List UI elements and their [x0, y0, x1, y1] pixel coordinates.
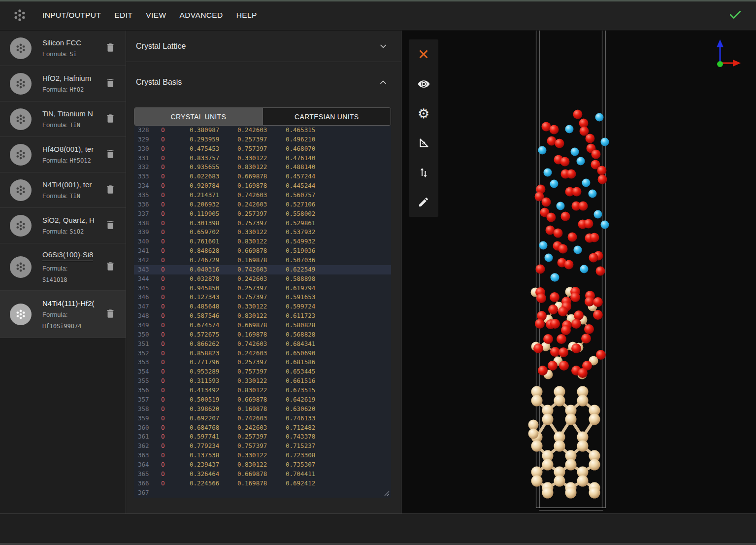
material-list-item[interactable]: TiN, Titanium N Formula:TiN [0, 102, 126, 137]
basis-line: 347O0.4856480.3301220.599724 [134, 302, 391, 311]
basis-line: 351O0.8662620.7426030.684341 [134, 340, 391, 349]
basis-line: 340O0.7616010.8301220.549932 [134, 237, 391, 246]
close-button[interactable] [414, 44, 433, 64]
top-menu-bar: INPUT/OUTPUTEDITVIEWADVANCEDHELP [0, 0, 756, 31]
menu-view[interactable]: VIEW [146, 11, 166, 20]
material-list-item[interactable]: N4Ti4(111)-Hf2( Formula:Hf10Si99O74 [0, 291, 126, 338]
trash-icon [105, 184, 116, 195]
menu-advanced[interactable]: ADVANCED [179, 11, 223, 20]
viewer-toolbar: ⚙ [409, 39, 438, 217]
visibility-button[interactable] [414, 74, 433, 94]
basis-line: 342O0.7467290.1698780.507036 [134, 256, 391, 265]
basis-line: 339O0.6597020.3301220.537932 [134, 228, 391, 237]
basis-line: 330O0.4754530.7573970.468070 [134, 144, 391, 154]
trash-icon [105, 148, 116, 159]
trash-icon [105, 219, 116, 230]
delete-material-button[interactable] [105, 219, 116, 232]
chevron-up-icon [378, 77, 388, 87]
tab-cartesian-units[interactable]: CARTESIAN UNITS [263, 108, 391, 125]
swap-vertical-icon [418, 167, 429, 178]
basis-line: 350O0.5726750.1698780.568828 [134, 330, 391, 340]
material-list-item[interactable]: Hf4O8(001), ter Formula:Hf5O12 [0, 137, 126, 172]
gear-icon: ⚙ [418, 107, 429, 120]
material-avatar-icon [10, 215, 32, 237]
material-title: O6Si3(100)-Si8 [42, 250, 126, 261]
viewer-3d[interactable]: ⚙ [402, 31, 756, 513]
settings-button[interactable]: ⚙ [414, 103, 433, 123]
edit-button[interactable] [414, 192, 433, 212]
trash-icon [105, 77, 116, 88]
atoms [528, 110, 609, 499]
eye-icon [417, 77, 430, 91]
basis-line: 352O0.8588230.2426030.650690 [134, 349, 391, 358]
basis-line: 360O0.6847680.2426030.712482 [134, 423, 391, 433]
trash-icon [105, 261, 116, 272]
delete-material-button[interactable] [105, 148, 116, 161]
material-list-item[interactable]: SiO2, Quartz, H Formula:SiO2 [0, 208, 126, 243]
resize-handle-icon[interactable] [384, 491, 390, 496]
basis-line: 354O0.9532890.7573970.653445 [134, 367, 391, 376]
material-list-item[interactable]: HfO2, Hafnium Formula:HfO2 [0, 66, 126, 102]
trash-icon [105, 113, 116, 124]
basis-line: 356O0.4134920.8301220.673515 [134, 386, 391, 395]
units-tabs: CRYSTAL UNITS CARTESIAN UNITS [134, 107, 391, 126]
basis-line: 334O0.9207840.1698780.445244 [134, 181, 391, 191]
basis-line: 333O0.0226830.6698780.457244 [134, 172, 391, 181]
material-list-item[interactable]: N4Ti4(001), ter Formula:TiN [0, 172, 126, 208]
window-bottom-strip [0, 543, 756, 545]
delete-material-button[interactable] [105, 184, 116, 196]
pencil-icon [418, 196, 429, 208]
delete-material-button[interactable] [105, 77, 116, 90]
app-window: INPUT/OUTPUTEDITVIEWADVANCEDHELP [0, 0, 756, 545]
material-list-item[interactable]: Silicon FCC Formula:Si [0, 31, 126, 66]
basis-line: 345O0.9458500.2573970.619794 [134, 284, 391, 293]
swap-axes-button[interactable] [414, 163, 433, 182]
footer-bar [0, 513, 756, 545]
crystal-lattice-label: Crystal Lattice [136, 42, 186, 51]
axes-widget [717, 39, 741, 67]
basis-editor[interactable]: 328O0.3809870.2426030.465315329O0.293959… [134, 126, 391, 498]
basis-line: 348O0.5875460.8301220.611723 [134, 311, 391, 321]
material-list-item[interactable]: O6Si3(100)-Si8 Formula:Si41O18 [0, 243, 126, 291]
basis-line: 367 [134, 488, 391, 498]
delete-material-button[interactable] [105, 308, 116, 320]
basis-line: 331O0.8337570.3301220.476140 [134, 154, 391, 163]
basis-line: 338O0.3013980.7573970.529861 [134, 219, 391, 228]
basis-line: 349O0.6745740.6698780.580828 [134, 321, 391, 330]
material-title: N4Ti4(111)-Hf2( [42, 299, 126, 307]
basis-line: 366O0.2245660.1698780.692412 [134, 479, 391, 488]
crystal-lattice-header[interactable]: Crystal Lattice [126, 31, 401, 62]
delete-material-button[interactable] [105, 261, 116, 273]
material-avatar-icon [10, 144, 32, 166]
basis-line: 362O0.7792340.7573970.715237 [134, 442, 391, 451]
material-avatar-icon [10, 304, 32, 325]
basis-line: 332O0.9356550.8301220.488140 [134, 163, 391, 172]
material-avatar-icon [10, 37, 32, 59]
materials-sidebar: Silicon FCC Formula:Si [0, 31, 126, 513]
tab-crystal-units[interactable]: CRYSTAL UNITS [134, 108, 263, 125]
menu-input-output[interactable]: INPUT/OUTPUT [42, 11, 101, 20]
basis-line: 358O0.3986200.1698780.630620 [134, 405, 391, 414]
close-icon [417, 48, 430, 61]
material-list: Silicon FCC Formula:Si [0, 31, 126, 338]
delete-material-button[interactable] [105, 113, 116, 125]
basis-line: 346O0.1273430.7573970.591653 [134, 293, 391, 302]
menu-edit[interactable]: EDIT [114, 11, 132, 20]
chevron-down-icon [378, 41, 388, 51]
basis-line: 361O0.5977410.2573970.743378 [134, 432, 391, 442]
basis-line: 335O0.2143710.7426030.560757 [134, 191, 391, 200]
basis-line: 353O0.7717960.2573970.681586 [134, 358, 391, 367]
accept-check-button[interactable] [727, 7, 743, 23]
basis-line: 365O0.3264640.6698780.704411 [134, 470, 391, 479]
basis-line: 363O0.1375380.3301220.723308 [134, 451, 391, 460]
basis-line: 336O0.2069320.2426030.527106 [134, 200, 391, 209]
material-avatar-icon [10, 179, 32, 201]
basis-line: 328O0.3809870.2426030.465315 [134, 126, 391, 135]
menu-help[interactable]: HELP [236, 11, 257, 20]
check-icon [728, 7, 743, 22]
crystal-basis-header[interactable]: Crystal Basis [126, 62, 401, 102]
basis-line: 359O0.6922070.7426030.746133 [134, 414, 391, 423]
measure-button[interactable] [414, 133, 433, 153]
delete-material-button[interactable] [105, 42, 116, 54]
window-top-strip [0, 0, 756, 1]
